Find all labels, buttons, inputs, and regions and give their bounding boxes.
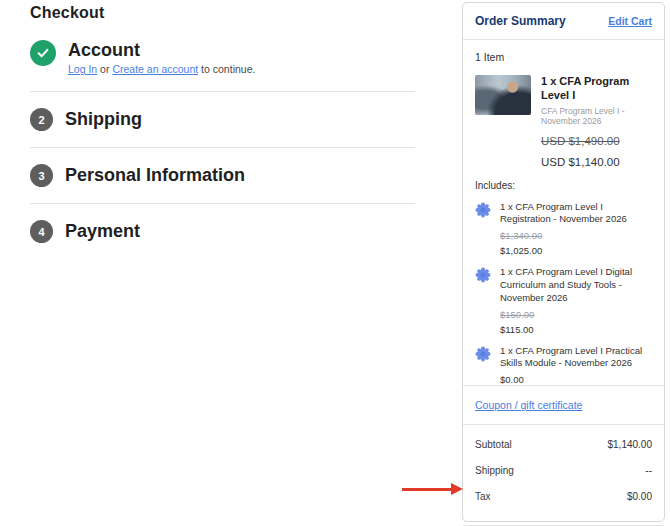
included-item: 1 x CFA Program Level I Registration - N… [475,201,652,257]
included-item-name: 1 x CFA Program Level I Registration - N… [500,201,652,227]
order-summary-header: Order Summary Edit Cart [463,3,664,40]
order-summary-title: Order Summary [475,14,566,28]
step-4-badge: 4 [30,220,53,243]
flower-icon [475,346,491,362]
coupon-gift-certificate-link[interactable]: Coupon / gift certificate [475,399,582,411]
annotation-arrow-icon [402,483,463,495]
tax-label: Tax [475,491,491,502]
product-subtitle: CFA Program Level I - November 2026 [541,106,652,126]
tax-row: Tax $0.00 [475,491,652,502]
subtotal-value: $1,140.00 [608,439,653,450]
shipping-value: -- [645,465,652,476]
totals-section: Subtotal $1,140.00 Shipping -- Tax $0.00 [463,424,664,525]
product-price: USD $1,140.00 [541,156,652,168]
step-divider [30,147,415,148]
step-account: Account Log In or Create an account to c… [30,35,425,80]
subtitle-text: or [97,63,112,75]
step-account-label: Account [68,40,255,61]
included-item-price: $0.00 [500,374,652,385]
tax-value: $0.00 [627,491,652,502]
step-divider [30,91,415,92]
included-item: 1 x CFA Program Level I Practical Skills… [475,345,652,386]
product-thumbnail-image [475,75,531,115]
checkout-steps-column: Checkout Account Log In or Create an acc… [30,4,425,248]
included-item: 1 x CFA Program Level I Digital Curricul… [475,266,652,334]
product-original-price: USD $1,490.00 [541,135,652,147]
included-item-price: $115.00 [500,324,652,335]
includes-label: Includes: [475,180,652,191]
step-personal-information: 3 Personal Information [30,159,425,192]
item-count: 1 Item [475,51,652,63]
step-2-badge: 2 [30,108,53,131]
step-divider [30,203,415,204]
step-shipping-label: Shipping [65,109,142,130]
subtitle-text: to continue. [198,63,255,75]
included-item-name: 1 x CFA Program Level I Practical Skills… [500,345,652,371]
order-summary-panel: Order Summary Edit Cart 1 Item 1 x CFA P… [462,2,665,522]
coupon-section: Coupon / gift certificate [463,385,664,424]
step-payment: 4 Payment [30,215,425,248]
shipping-row: Shipping -- [475,465,652,476]
page-title: Checkout [30,4,425,22]
included-item-price: $1,025.00 [500,245,652,256]
product-name: 1 x CFA Program Level I [541,75,652,103]
step-3-badge: 3 [30,164,53,187]
login-link[interactable]: Log In [68,63,97,75]
account-complete-check-icon [30,40,56,66]
step-personal-information-label: Personal Information [65,165,245,186]
account-subtitle: Log In or Create an account to continue. [68,63,255,75]
product-row: 1 x CFA Program Level I CFA Program Leve… [475,75,652,168]
edit-cart-link[interactable]: Edit Cart [608,15,652,27]
flower-icon [475,202,491,218]
create-account-link[interactable]: Create an account [112,63,198,75]
step-shipping: 2 Shipping [30,103,425,136]
subtotal-row: Subtotal $1,140.00 [475,439,652,450]
step-payment-label: Payment [65,221,140,242]
flower-icon [475,267,491,283]
subtotal-label: Subtotal [475,439,512,450]
shipping-label: Shipping [475,465,514,476]
included-item-original-price: $150.00 [500,309,652,320]
included-item-name: 1 x CFA Program Level I Digital Curricul… [500,266,652,304]
order-items-section: 1 Item 1 x CFA Program Level I CFA Progr… [463,40,664,385]
included-item-original-price: $1,340.00 [500,230,652,241]
